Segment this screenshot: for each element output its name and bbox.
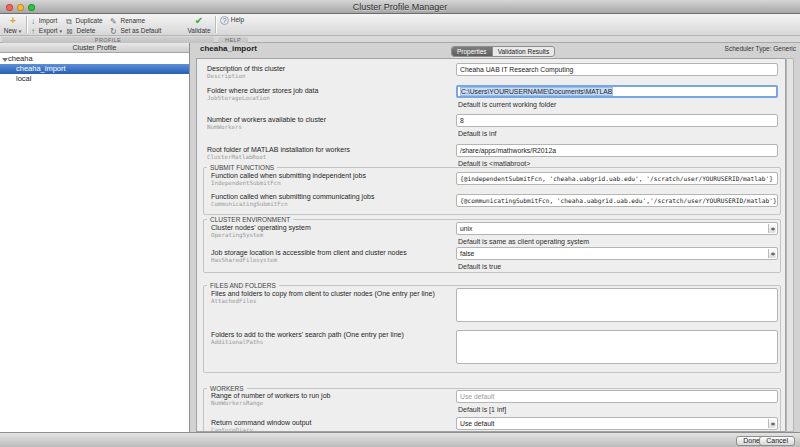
additional-paths-label: Folders to add to the workers' search pa… [211, 331, 404, 338]
cluster-profile-manager-window: Cluster Profile Manager + New▼ ↓ Import … [0, 0, 800, 447]
additional-paths-textarea[interactable] [456, 330, 778, 364]
profile-group-label: PROFILE [2, 37, 214, 43]
operating-system-hint: Default is same as client operating syst… [458, 238, 589, 245]
question-mark-icon: ? [220, 16, 229, 25]
toolbar: + New▼ ↓ Import ↑ Export▼ ⧉ Duplicate ⊠ … [0, 14, 800, 36]
submit-functions-title: SUBMIT FUNCTIONS [207, 164, 277, 171]
set-as-default-button[interactable]: ↻ Set as Default [110, 27, 161, 36]
chevron-down-icon: ▼ [18, 29, 22, 34]
toolbar-group-band: PROFILE HELP [0, 36, 800, 43]
footer-bar: Done Cancel [0, 432, 800, 447]
cluster-profile-sidebar: Cluster Profile cheaha cheaha_import loc… [0, 43, 190, 432]
cluster-environment-title: CLUSTER ENVIRONMENT [207, 216, 293, 223]
matlab-root-field[interactable]: /share/apps/mathworks/R2012a [456, 144, 778, 157]
green-check-icon: ✔ [185, 16, 213, 26]
communicating-submit-prop: CommunicatingSubmitFcn [211, 201, 288, 207]
import-arrow-icon: ↓ [31, 17, 35, 26]
capture-diary-label: Return command window output [211, 419, 311, 426]
attached-files-textarea[interactable] [456, 288, 778, 322]
export-button[interactable]: ↑ Export▼ [31, 27, 63, 36]
tab-properties[interactable]: Properties [452, 47, 492, 56]
attached-files-prop: AttachedFiles [211, 298, 256, 304]
validate-button[interactable]: ✔ Validate [185, 16, 213, 34]
job-storage-hint: Default is current working folder [458, 101, 556, 108]
chevron-down-icon: ▼ [59, 29, 63, 34]
communicating-submit-label: Function called when submitting communic… [211, 193, 374, 200]
shared-filesystem-dropdown[interactable]: false [456, 247, 778, 260]
stepper-icon[interactable] [768, 419, 776, 428]
workers-title: WORKERS [207, 385, 247, 392]
description-field[interactable]: Cheaha UAB IT Research Computing [456, 63, 778, 76]
disclosure-triangle-icon[interactable] [2, 58, 8, 62]
num-workers-prop: NumWorkers [207, 124, 242, 130]
stepper-icon[interactable] [768, 224, 776, 233]
shared-filesystem-prop: HasSharedFilesystem [211, 257, 277, 263]
circular-arrow-icon: ↻ [110, 27, 117, 36]
independent-submit-prop: IndependentSubmitFcn [211, 180, 281, 186]
import-button[interactable]: ↓ Import [31, 17, 57, 26]
tab-bar: Properties Validation Results [451, 46, 555, 57]
plus-icon: + [2, 16, 24, 26]
toolbar-separator [26, 16, 27, 33]
rename-button[interactable]: ✎ Rename [110, 17, 145, 26]
matlab-root-hint: Default is <matlabroot> [458, 160, 530, 167]
num-workers-range-label: Range of number of workers to run job [211, 392, 330, 399]
cancel-button[interactable]: Cancel [759, 436, 795, 446]
delete-icon: ⊠ [66, 27, 73, 36]
num-workers-range-hint: Default is [1 inf] [458, 406, 506, 413]
stepper-icon[interactable] [768, 249, 776, 258]
properties-panel: Description of this cluster Description … [196, 58, 786, 432]
new-profile-button[interactable]: + New▼ [2, 16, 24, 34]
pencil-icon: ✎ [110, 17, 117, 26]
job-storage-prop: JobStorageLocation [207, 95, 270, 101]
tree-item-cheaha-import[interactable]: cheaha_import [0, 64, 189, 74]
matlab-root-label: Root folder of MATLAB installation for w… [207, 146, 350, 153]
independent-submit-field[interactable]: {@independentSubmitFcn, 'cheaha.uabgrid.… [456, 172, 778, 185]
shared-filesystem-label: Job storage location is accessible from … [211, 249, 407, 256]
attached-files-label: Files and folders to copy from client to… [211, 290, 435, 297]
toolbar-separator [215, 16, 216, 33]
profile-title: cheaha_import [200, 44, 257, 53]
delete-button[interactable]: ⊠ Delete [66, 27, 95, 36]
sidebar-header: Cluster Profile [0, 43, 189, 53]
job-storage-field[interactable]: C:\Users\YOURUSERNAME\Documents\MATLAB [456, 85, 778, 98]
tree-item-local[interactable]: local [0, 74, 189, 84]
operating-system-prop: OperatingSystem [211, 232, 263, 238]
files-and-folders-title: FILES AND FOLDERS [207, 282, 279, 289]
export-arrow-icon: ↑ [31, 27, 35, 36]
shared-filesystem-hint: Default is true [458, 263, 501, 270]
job-storage-label: Folder where cluster stores job data [207, 87, 318, 94]
operating-system-label: Cluster nodes' operating system [211, 224, 311, 231]
num-workers-range-prop: NumWorkersRange [211, 400, 263, 406]
help-group-label: HELP [218, 37, 248, 43]
num-workers-range-field[interactable]: Use default [456, 390, 778, 403]
duplicate-pages-icon: ⧉ [66, 17, 72, 26]
scheduler-type-label: Scheduler Type: Generic [725, 45, 796, 52]
tree-item-cheaha[interactable]: cheaha [0, 54, 189, 64]
tab-validation-results[interactable]: Validation Results [492, 47, 555, 56]
operating-system-dropdown[interactable]: unix [456, 222, 778, 235]
description-prop: Description [207, 73, 245, 79]
communicating-submit-field[interactable]: {@communicatingSubmitFcn, 'cheaha.uabgri… [456, 194, 778, 207]
profile-tree: cheaha cheaha_import local [0, 54, 189, 84]
independent-submit-label: Function called when submitting independ… [211, 172, 366, 179]
additional-paths-prop: AdditionalPaths [211, 339, 263, 345]
duplicate-button[interactable]: ⧉ Duplicate [66, 17, 103, 27]
num-workers-label: Number of workers available to cluster [207, 116, 326, 123]
help-button[interactable]: ? Help [219, 16, 245, 26]
window-title: Cluster Profile Manager [0, 0, 800, 14]
capture-diary-dropdown[interactable]: Use default [456, 417, 778, 430]
matlab-root-prop: ClusterMatlabRoot [207, 154, 266, 160]
num-workers-hint: Default is inf [458, 130, 497, 137]
num-workers-field[interactable]: 8 [456, 114, 778, 127]
titlebar: Cluster Profile Manager [0, 0, 800, 14]
vertical-scrollbar[interactable] [786, 58, 794, 432]
description-label: Description of this cluster [207, 65, 285, 72]
